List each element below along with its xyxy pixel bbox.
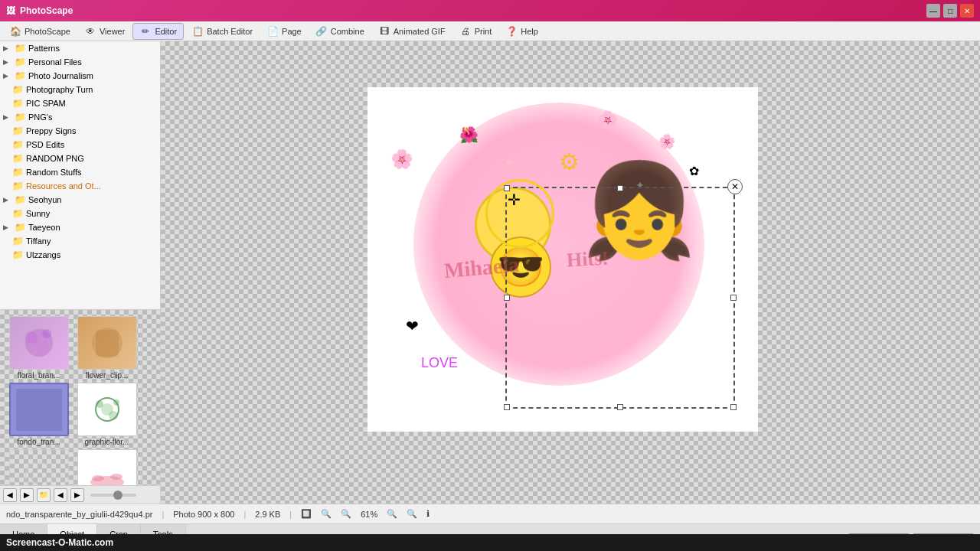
sidebar: ▶ 📁 Patterns ▶ 📁 Personal Files ▶ 📁 Phot… <box>0 41 161 504</box>
sidebar-item-random-png[interactable]: 📁 RANDOM PNG <box>0 152 160 165</box>
editor-icon: ✏ <box>139 25 152 37</box>
sidebar-item-seohyun[interactable]: ▶ 📁 Seohyun <box>0 193 160 207</box>
status-filename: ndo_transparente_by_giulii-d429qu4.pr <box>6 510 152 519</box>
zoom-handle[interactable] <box>113 491 122 500</box>
menu-gif[interactable]: 🎞 Animated GIF <box>372 24 452 39</box>
thumb-nav-next-btn[interactable]: ▶ <box>20 488 34 502</box>
thumbnail-item-home[interactable]: home_fram... <box>6 449 71 485</box>
svg-point-12 <box>31 468 47 484</box>
batch-icon: 📋 <box>191 25 204 37</box>
status-zoom: 61% <box>361 510 377 519</box>
screencast-bar: Screencast-O-Matic.com <box>0 534 980 551</box>
print-icon: 🖨 <box>459 25 472 37</box>
sidebar-item-psd-edits[interactable]: 📁 PSD Edits <box>0 138 160 152</box>
title-bar: 🖼 PhotoScape — □ ✕ <box>0 0 980 21</box>
viewer-icon: 👁 <box>84 25 96 37</box>
sidebar-item-photography-turn[interactable]: 📁 Photography Turn <box>0 83 160 96</box>
thumb-label-graphic: graphic-flor... <box>85 438 129 446</box>
sidebar-item-pic-spam[interactable]: 📁 PIC SPAM <box>0 96 160 110</box>
screencast-text: Screencast-O-Matic.com <box>6 537 113 548</box>
sidebar-item-resources[interactable]: 📁 Resources and Ot... <box>0 179 160 193</box>
canvas-area[interactable]: 😎 👧 Mihaela Hits! 🌸 🌺 🌸 🌸 ✿ ❤ LOVE ⚙ ♥ ✦ <box>161 41 980 504</box>
svg-point-10 <box>109 411 118 420</box>
status-icon-info: ℹ <box>426 509 430 519</box>
svg-point-15 <box>110 474 122 480</box>
thumb-nav-folder-btn[interactable]: 📁 <box>37 488 51 502</box>
thumb-nav-arrow-right-btn[interactable]: ▶ <box>70 488 84 502</box>
status-file-size: 2.9 KB <box>255 510 280 519</box>
svg-rect-5 <box>16 389 62 431</box>
menu-editor[interactable]: ✏ Editor <box>132 23 184 40</box>
app-title: PhotoScape <box>20 5 73 16</box>
menu-help[interactable]: ❓ Help <box>499 24 544 39</box>
thumbnail-item-flower[interactable]: flower_clip... <box>74 316 139 380</box>
thumbnail-item-floral[interactable]: floral_bran... <box>6 316 71 380</box>
file-tree[interactable]: ▶ 📁 Patterns ▶ 📁 Personal Files ▶ 📁 Phot… <box>0 41 160 309</box>
thumb-label-floral: floral_bran... <box>18 371 60 380</box>
status-photo-size: Photo 900 x 800 <box>173 510 234 519</box>
sidebar-item-preppy-signs[interactable]: 📁 Preppy Signs <box>0 124 160 138</box>
sidebar-item-tiffany[interactable]: 📁 Tiffany <box>0 234 160 248</box>
window-controls: — □ ✕ <box>926 4 974 18</box>
sidebar-item-photo-journalism[interactable]: ▶ 📁 Photo Journalism <box>0 69 160 83</box>
sidebar-item-pngs[interactable]: ▶ 📁 PNG's <box>0 110 160 124</box>
maximize-button[interactable]: □ <box>943 4 957 18</box>
status-icon-2: 🔍 <box>321 509 332 519</box>
thumbnail-item-kiss[interactable]: kiss_png_b... <box>74 449 139 485</box>
page-icon: 📄 <box>266 25 279 37</box>
minimize-button[interactable]: — <box>926 4 940 18</box>
status-icon-5: 🔍 <box>407 509 417 519</box>
menu-page[interactable]: 📄 Page <box>260 24 308 39</box>
gif-icon: 🎞 <box>378 25 390 37</box>
svg-point-14 <box>92 475 104 481</box>
menu-photoscope[interactable]: 🏠 PhotoScape <box>3 24 77 39</box>
thumb-nav-arrow-left-btn[interactable]: ◀ <box>54 488 67 502</box>
sidebar-item-personal-files[interactable]: ▶ 📁 Personal Files <box>0 55 160 69</box>
thumb-label-flower: flower_clip... <box>86 371 129 380</box>
menu-combine[interactable]: 🔗 Combine <box>309 24 371 39</box>
sidebar-item-random-stuffs[interactable]: 📁 Random Stuffs <box>0 165 160 179</box>
menu-print[interactable]: 🖨 Print <box>453 24 498 39</box>
artwork-container: 😎 👧 Mihaela Hits! 🌸 🌺 🌸 🌸 ✿ ❤ LOVE ⚙ ♥ ✦ <box>368 87 758 432</box>
sidebar-item-taeyeon[interactable]: ▶ 📁 Taeyeon <box>0 220 160 234</box>
menu-bar: 🏠 PhotoScape 👁 Viewer ✏ Editor 📋 Batch E… <box>0 21 980 41</box>
menu-viewer[interactable]: 👁 Viewer <box>78 24 131 39</box>
thumb-nav-prev-btn[interactable]: ◀ <box>3 488 17 502</box>
sidebar-item-sunny[interactable]: 📁 Sunny <box>0 207 160 220</box>
svg-point-1 <box>25 331 38 344</box>
thumbnail-area: floral_bran... flower_clip... <box>0 309 160 485</box>
thumb-label-fondo: fondo_tran... <box>17 438 60 446</box>
home-icon: 🏠 <box>9 25 21 37</box>
status-icon-3: 🔍 <box>341 509 351 519</box>
thumbnail-grid: floral_bran... flower_clip... <box>0 310 160 485</box>
status-bar: ndo_transparente_by_giulii-d429qu4.pr | … <box>0 504 980 523</box>
status-icon-1: 🔲 <box>301 509 312 519</box>
svg-point-11 <box>25 462 53 486</box>
svg-point-9 <box>113 399 119 406</box>
thumbnail-item-graphic[interactable]: graphic-flor... <box>74 383 139 446</box>
menu-batch[interactable]: 📋 Batch Editor <box>185 24 259 39</box>
svg-point-8 <box>96 400 103 408</box>
combine-icon: 🔗 <box>315 25 328 37</box>
help-icon: ❓ <box>505 25 518 37</box>
zoom-slider[interactable] <box>90 494 136 497</box>
svg-point-2 <box>42 329 51 338</box>
status-icon-4: 🔍 <box>387 509 397 519</box>
sidebar-item-patterns[interactable]: ▶ 📁 Patterns <box>0 41 160 55</box>
thumbnail-nav: ◀ ▶ 📁 ◀ ▶ <box>0 485 160 504</box>
sidebar-item-ulzzangs[interactable]: 📁 Ulzzangs <box>0 248 160 262</box>
app-icon: 🖼 <box>6 5 15 16</box>
thumbnail-item-fondo[interactable]: fondo_tran... <box>6 383 71 446</box>
svg-rect-4 <box>96 330 119 357</box>
close-button[interactable]: ✕ <box>960 4 974 18</box>
main-layout: ▶ 📁 Patterns ▶ 📁 Personal Files ▶ 📁 Phot… <box>0 41 980 504</box>
